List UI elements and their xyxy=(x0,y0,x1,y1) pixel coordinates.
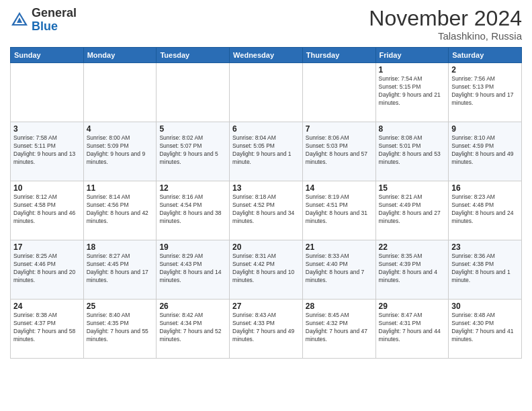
calendar-cell: 6Sunrise: 8:04 AM Sunset: 5:05 PM Daylig… xyxy=(230,122,303,181)
day-info: Sunrise: 8:12 AM Sunset: 4:58 PM Dayligh… xyxy=(13,193,81,226)
day-info: Sunrise: 8:38 AM Sunset: 4:37 PM Dayligh… xyxy=(13,312,81,344)
title-block: November 2024 Talashkino, Russia xyxy=(369,7,522,42)
week-row-1: 3Sunrise: 7:58 AM Sunset: 5:11 PM Daylig… xyxy=(11,122,522,181)
col-sunday: Sunday xyxy=(11,48,84,63)
day-number: 20 xyxy=(232,242,300,252)
day-number: 12 xyxy=(159,183,226,193)
day-number: 9 xyxy=(451,124,519,134)
calendar-cell: 22Sunrise: 8:35 AM Sunset: 4:39 PM Dayli… xyxy=(375,240,449,300)
day-number: 28 xyxy=(306,302,373,311)
week-row-2: 10Sunrise: 8:12 AM Sunset: 4:58 PM Dayli… xyxy=(11,181,522,240)
day-info: Sunrise: 8:08 AM Sunset: 5:01 PM Dayligh… xyxy=(379,134,446,167)
day-info: Sunrise: 8:35 AM Sunset: 4:39 PM Dayligh… xyxy=(379,253,446,285)
calendar-cell xyxy=(83,63,157,122)
header: General Blue November 2024 Talashkino, R… xyxy=(10,7,522,42)
day-info: Sunrise: 8:40 AM Sunset: 4:35 PM Dayligh… xyxy=(87,312,154,344)
day-number: 14 xyxy=(306,183,373,193)
col-friday: Friday xyxy=(375,48,449,63)
location: Talashkino, Russia xyxy=(369,30,522,42)
logo-general-text: General xyxy=(32,6,77,19)
day-number: 7 xyxy=(306,124,373,134)
day-number: 27 xyxy=(232,302,300,311)
calendar-cell xyxy=(302,63,375,122)
page-container: General Blue November 2024 Talashkino, R… xyxy=(0,0,532,411)
day-info: Sunrise: 8:27 AM Sunset: 4:45 PM Dayligh… xyxy=(87,253,154,285)
day-number: 24 xyxy=(13,302,81,311)
day-info: Sunrise: 8:10 AM Sunset: 4:59 PM Dayligh… xyxy=(451,134,519,167)
day-number: 4 xyxy=(87,124,154,134)
day-info: Sunrise: 7:56 AM Sunset: 5:13 PM Dayligh… xyxy=(451,75,519,107)
day-info: Sunrise: 8:48 AM Sunset: 4:30 PM Dayligh… xyxy=(451,312,519,344)
calendar-cell: 18Sunrise: 8:27 AM Sunset: 4:45 PM Dayli… xyxy=(83,240,157,300)
day-info: Sunrise: 8:14 AM Sunset: 4:56 PM Dayligh… xyxy=(87,193,154,226)
col-monday: Monday xyxy=(83,48,157,63)
day-number: 17 xyxy=(13,242,81,252)
calendar-body: 1Sunrise: 7:54 AM Sunset: 5:15 PM Daylig… xyxy=(11,63,522,359)
day-info: Sunrise: 8:00 AM Sunset: 5:09 PM Dayligh… xyxy=(87,134,154,167)
calendar-table: Sunday Monday Tuesday Wednesday Thursday… xyxy=(10,47,522,359)
day-info: Sunrise: 7:58 AM Sunset: 5:11 PM Dayligh… xyxy=(13,134,81,167)
calendar-cell: 16Sunrise: 8:23 AM Sunset: 4:48 PM Dayli… xyxy=(449,181,522,240)
day-info: Sunrise: 8:21 AM Sunset: 4:49 PM Dayligh… xyxy=(379,193,446,226)
day-number: 13 xyxy=(232,183,300,193)
day-number: 11 xyxy=(87,183,154,193)
calendar-cell xyxy=(157,63,230,122)
col-thursday: Thursday xyxy=(302,48,375,63)
calendar-cell: 4Sunrise: 8:00 AM Sunset: 5:09 PM Daylig… xyxy=(83,122,157,181)
day-number: 18 xyxy=(87,242,154,252)
calendar-cell: 29Sunrise: 8:47 AM Sunset: 4:31 PM Dayli… xyxy=(375,300,449,359)
calendar-cell: 21Sunrise: 8:33 AM Sunset: 4:40 PM Dayli… xyxy=(302,240,375,300)
week-row-3: 17Sunrise: 8:25 AM Sunset: 4:46 PM Dayli… xyxy=(11,240,522,300)
col-tuesday: Tuesday xyxy=(157,48,230,63)
header-row: Sunday Monday Tuesday Wednesday Thursday… xyxy=(11,48,522,63)
col-wednesday: Wednesday xyxy=(230,48,303,63)
calendar-cell xyxy=(230,63,303,122)
logo-text: General Blue xyxy=(32,7,77,34)
day-info: Sunrise: 7:54 AM Sunset: 5:15 PM Dayligh… xyxy=(379,75,446,107)
day-number: 6 xyxy=(232,124,300,134)
calendar-cell: 27Sunrise: 8:43 AM Sunset: 4:33 PM Dayli… xyxy=(230,300,303,359)
day-info: Sunrise: 8:29 AM Sunset: 4:43 PM Dayligh… xyxy=(159,253,226,285)
calendar-cell: 11Sunrise: 8:14 AM Sunset: 4:56 PM Dayli… xyxy=(83,181,157,240)
day-info: Sunrise: 8:18 AM Sunset: 4:52 PM Dayligh… xyxy=(232,193,300,226)
calendar-cell: 26Sunrise: 8:42 AM Sunset: 4:34 PM Dayli… xyxy=(157,300,230,359)
day-number: 29 xyxy=(379,302,446,311)
week-row-0: 1Sunrise: 7:54 AM Sunset: 5:15 PM Daylig… xyxy=(11,63,522,122)
day-info: Sunrise: 8:23 AM Sunset: 4:48 PM Dayligh… xyxy=(451,193,519,226)
day-info: Sunrise: 8:42 AM Sunset: 4:34 PM Dayligh… xyxy=(159,312,226,344)
calendar-cell: 23Sunrise: 8:36 AM Sunset: 4:38 PM Dayli… xyxy=(449,240,522,300)
day-info: Sunrise: 8:04 AM Sunset: 5:05 PM Dayligh… xyxy=(232,134,300,167)
calendar-cell: 20Sunrise: 8:31 AM Sunset: 4:42 PM Dayli… xyxy=(230,240,303,300)
day-number: 3 xyxy=(13,124,81,134)
day-info: Sunrise: 8:43 AM Sunset: 4:33 PM Dayligh… xyxy=(232,312,300,344)
day-number: 22 xyxy=(379,242,446,252)
calendar-cell: 1Sunrise: 7:54 AM Sunset: 5:15 PM Daylig… xyxy=(375,63,449,122)
calendar-cell: 10Sunrise: 8:12 AM Sunset: 4:58 PM Dayli… xyxy=(11,181,84,240)
day-number: 26 xyxy=(159,302,226,311)
calendar-cell: 14Sunrise: 8:19 AM Sunset: 4:51 PM Dayli… xyxy=(302,181,375,240)
day-info: Sunrise: 8:06 AM Sunset: 5:03 PM Dayligh… xyxy=(306,134,373,167)
day-info: Sunrise: 8:47 AM Sunset: 4:31 PM Dayligh… xyxy=(379,312,446,344)
day-number: 15 xyxy=(379,183,446,193)
day-number: 23 xyxy=(451,242,519,252)
calendar-cell: 15Sunrise: 8:21 AM Sunset: 4:49 PM Dayli… xyxy=(375,181,449,240)
calendar-cell: 7Sunrise: 8:06 AM Sunset: 5:03 PM Daylig… xyxy=(302,122,375,181)
calendar-cell: 19Sunrise: 8:29 AM Sunset: 4:43 PM Dayli… xyxy=(157,240,230,300)
day-number: 25 xyxy=(87,302,154,311)
day-info: Sunrise: 8:16 AM Sunset: 4:54 PM Dayligh… xyxy=(159,193,226,226)
calendar-cell: 9Sunrise: 8:10 AM Sunset: 4:59 PM Daylig… xyxy=(449,122,522,181)
month-title: November 2024 xyxy=(369,7,522,30)
calendar-cell: 2Sunrise: 7:56 AM Sunset: 5:13 PM Daylig… xyxy=(449,63,522,122)
calendar-cell: 24Sunrise: 8:38 AM Sunset: 4:37 PM Dayli… xyxy=(11,300,84,359)
logo-icon xyxy=(10,11,29,30)
calendar-header: Sunday Monday Tuesday Wednesday Thursday… xyxy=(11,48,522,63)
day-info: Sunrise: 8:33 AM Sunset: 4:40 PM Dayligh… xyxy=(306,253,373,285)
col-saturday: Saturday xyxy=(449,48,522,63)
calendar-cell: 8Sunrise: 8:08 AM Sunset: 5:01 PM Daylig… xyxy=(375,122,449,181)
calendar-cell xyxy=(11,63,84,122)
calendar-cell: 28Sunrise: 8:45 AM Sunset: 4:32 PM Dayli… xyxy=(302,300,375,359)
calendar-cell: 17Sunrise: 8:25 AM Sunset: 4:46 PM Dayli… xyxy=(11,240,84,300)
day-number: 30 xyxy=(451,302,519,311)
day-number: 2 xyxy=(451,65,519,75)
calendar-cell: 3Sunrise: 7:58 AM Sunset: 5:11 PM Daylig… xyxy=(11,122,84,181)
